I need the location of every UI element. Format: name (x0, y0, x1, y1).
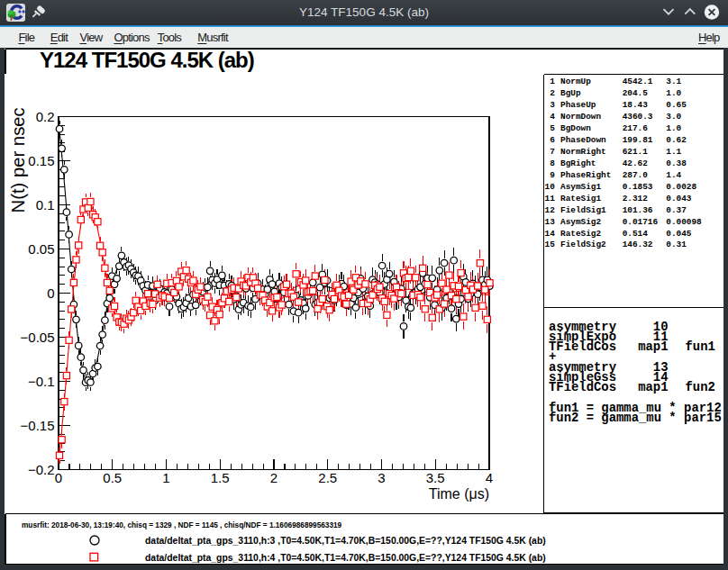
svg-text:146.32: 146.32 (623, 240, 653, 249)
svg-text:−0.1: −0.1 (28, 373, 55, 388)
svg-text:TFieldCos: TFieldCos (549, 380, 616, 394)
svg-text:PhaseDown: PhaseDown (560, 134, 606, 144)
svg-text:data/deltat_pta_gps_3110,h:3 ,: data/deltat_pta_gps_3110,h:3 ,T0=4.50K,T… (145, 536, 546, 546)
svg-text:11: 11 (545, 193, 556, 203)
svg-text:0.514: 0.514 (623, 228, 649, 238)
svg-text:musrfit: 2018-06-30, 13:19:40,: musrfit: 2018-06-30, 13:19:40, chisq = 1… (22, 521, 342, 529)
svg-text:1.0: 1.0 (666, 122, 681, 132)
svg-text:0.0028: 0.0028 (666, 181, 696, 191)
svg-text:PhaseUp: PhaseUp (560, 99, 596, 109)
svg-text:621.1: 621.1 (623, 146, 649, 156)
svg-text:14: 14 (545, 228, 556, 238)
svg-text:0.01716: 0.01716 (623, 216, 659, 226)
svg-text:map1: map1 (638, 339, 668, 354)
svg-text:RateSig2: RateSig2 (560, 228, 601, 238)
svg-text:0: 0 (55, 470, 62, 485)
svg-text:199.81: 199.81 (623, 134, 653, 144)
svg-text:BgDown: BgDown (560, 122, 591, 132)
svg-text:Y124 TF150G 4.5K (ab): Y124 TF150G 4.5K (ab) (40, 49, 254, 72)
svg-text:1: 1 (162, 470, 169, 485)
svg-text:0.62: 0.62 (666, 134, 687, 144)
svg-text:12: 12 (545, 204, 556, 214)
svg-text:2.312: 2.312 (623, 193, 649, 203)
svg-text:2: 2 (270, 470, 278, 485)
svg-text:N(t) per nsec: N(t) per nsec (8, 107, 28, 213)
svg-text:fun1: fun1 (686, 339, 715, 354)
svg-text:0.00098: 0.00098 (666, 216, 702, 226)
svg-text:−0.15: −0.15 (21, 417, 55, 432)
svg-text:2: 2 (550, 88, 555, 98)
svg-text:0.65: 0.65 (666, 99, 687, 109)
svg-text:−0.2: −0.2 (28, 461, 55, 476)
svg-text:0.5: 0.5 (103, 470, 122, 485)
svg-text:0: 0 (47, 285, 54, 300)
svg-text:0.2: 0.2 (36, 108, 55, 123)
svg-text:AsymSig1: AsymSig1 (560, 181, 601, 191)
svg-text:2.5: 2.5 (318, 470, 337, 485)
svg-text:NormRight: NormRight (560, 146, 606, 156)
svg-text:0.043: 0.043 (666, 193, 692, 203)
svg-text:101.36: 101.36 (623, 204, 653, 214)
svg-text:1.5: 1.5 (211, 470, 230, 485)
svg-text:8: 8 (550, 158, 555, 167)
svg-text:data/deltat_pta_gps_3110,h:4 ,: data/deltat_pta_gps_3110,h:4 ,T0=4.50K,T… (145, 552, 546, 562)
svg-text:FieldSig1: FieldSig1 (560, 204, 606, 214)
svg-text:TFieldCos: TFieldCos (549, 339, 616, 354)
svg-text:6: 6 (550, 134, 555, 144)
svg-text:AsymSig2: AsymSig2 (560, 216, 601, 226)
svg-text:fun2 = gamma_mu * par15: fun2 = gamma_mu * par15 (549, 411, 722, 425)
svg-text:204.5: 204.5 (623, 88, 649, 98)
svg-text:0.1: 0.1 (36, 196, 55, 212)
svg-text:4: 4 (486, 470, 493, 485)
svg-text:BgRight: BgRight (560, 158, 596, 167)
svg-text:287.0: 287.0 (623, 169, 649, 179)
svg-text:0.045: 0.045 (666, 228, 692, 238)
svg-text:FieldSig2: FieldSig2 (560, 240, 606, 249)
svg-text:7: 7 (550, 146, 555, 156)
svg-text:15: 15 (545, 240, 556, 249)
svg-text:NormUp: NormUp (560, 77, 591, 86)
svg-text:PhaseRight: PhaseRight (560, 169, 611, 179)
svg-text:0.38: 0.38 (666, 158, 687, 167)
svg-text:0.31: 0.31 (666, 240, 687, 249)
svg-text:BgUp: BgUp (560, 88, 581, 98)
svg-text:Time (μs): Time (μs) (429, 485, 489, 501)
svg-text:NormDown: NormDown (560, 111, 601, 121)
svg-text:3.5: 3.5 (426, 470, 445, 485)
svg-text:1: 1 (550, 77, 555, 86)
svg-text:9: 9 (550, 169, 555, 179)
svg-text:0.1853: 0.1853 (623, 181, 653, 191)
svg-text:1.1: 1.1 (666, 146, 681, 156)
svg-text:0.37: 0.37 (666, 204, 687, 214)
svg-text:3.1: 3.1 (666, 77, 681, 86)
svg-text:RateSig1: RateSig1 (560, 193, 601, 203)
svg-text:3: 3 (550, 99, 555, 109)
svg-text:10: 10 (545, 181, 556, 191)
svg-text:0.15: 0.15 (28, 152, 54, 167)
svg-text:1.0: 1.0 (666, 88, 681, 98)
svg-text:217.6: 217.6 (623, 122, 649, 132)
svg-text:18.43: 18.43 (623, 99, 649, 109)
svg-text:3: 3 (378, 470, 385, 485)
svg-text:map1: map1 (638, 380, 668, 394)
svg-text:5: 5 (550, 122, 555, 132)
svg-text:−0.05: −0.05 (21, 329, 55, 344)
svg-text:0.05: 0.05 (28, 240, 54, 256)
svg-text:3.0: 3.0 (666, 111, 681, 121)
svg-text:4542.1: 4542.1 (623, 77, 653, 86)
svg-text:42.62: 42.62 (623, 158, 649, 167)
svg-text:4360.3: 4360.3 (623, 111, 653, 121)
svg-text:13: 13 (545, 216, 556, 226)
svg-text:fun2: fun2 (686, 380, 715, 394)
svg-text:1.4: 1.4 (666, 169, 681, 179)
svg-text:4: 4 (550, 111, 555, 121)
